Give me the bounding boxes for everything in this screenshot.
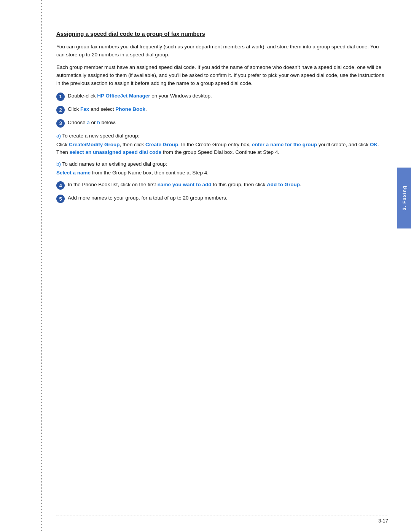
step-2-suffix: . xyxy=(145,106,147,112)
sub-a-link-select-unassigned: select an unassigned speed dial code xyxy=(70,149,162,155)
step-3-prefix: Choose xyxy=(68,120,87,125)
sub-b-suffix: from the Group Name box, then continue a… xyxy=(91,170,209,176)
sub-a-link-enter-name: enter a name for the group xyxy=(252,142,317,147)
sub-b-select-link: Select a name xyxy=(56,170,91,176)
sub-a-label: a) xyxy=(56,133,62,139)
step-2-link-phonebook: Phone Book xyxy=(115,106,145,112)
bottom-divider xyxy=(56,516,388,516)
step-3-suffix: below. xyxy=(100,120,116,125)
step-5-number: 5 xyxy=(56,195,65,203)
sub-b-label: b) xyxy=(56,161,62,167)
sub-a-prefix: Click xyxy=(56,142,69,147)
section-heading: Assigning a speed dial code to a group o… xyxy=(56,30,388,37)
step-4-link-add: Add to Group xyxy=(267,182,300,187)
step-3-or: or xyxy=(90,120,97,125)
step-5: 5 Add more names to your group, for a to… xyxy=(56,194,388,203)
step-3-number: 3 xyxy=(56,119,65,128)
sub-b-heading: To add names to an existing speed dial g… xyxy=(62,161,167,167)
step-4-link-name: name you want to add xyxy=(158,182,212,187)
step-2: 2 Click Fax and select Phone Book. xyxy=(56,105,388,114)
step-4-suffix2: . xyxy=(300,182,301,187)
step-2-middle: and select xyxy=(89,106,115,112)
sub-a-end: from the group Speed Dial box. Continue … xyxy=(161,149,279,155)
sub-a-link-create-group: Create Group xyxy=(145,142,178,147)
page-number: 3-17 xyxy=(378,518,388,524)
step-3-link-a: a xyxy=(87,120,90,125)
main-content: Assigning a speed dial code to a group o… xyxy=(56,30,388,509)
sub-a-link-ok: OK xyxy=(370,142,378,147)
sub-a-mid2: . In the Create Group entry box, xyxy=(178,142,252,147)
step-3-link-b: b xyxy=(97,120,100,125)
step-4: 4 In the Phone Book list, click on the f… xyxy=(56,181,388,190)
sub-item-a: a) To create a new speed dial group: Cli… xyxy=(56,132,388,157)
step-3-text: Choose a or b below. xyxy=(68,119,388,127)
step-1-suffix: on your Windows desktop. xyxy=(150,93,212,99)
step-1-number: 1 xyxy=(56,93,65,101)
step-1-link-hp: HP OfficeJet Manager xyxy=(97,93,150,99)
step-5-text: Add more names to your group, for a tota… xyxy=(68,194,388,202)
step-2-number: 2 xyxy=(56,106,65,114)
step-2-link-fax: Fax xyxy=(80,106,89,112)
sub-a-mid1: , then click xyxy=(120,142,146,147)
sub-item-b: b) To add names to an existing speed dia… xyxy=(56,160,388,177)
step-1-prefix: Double-click xyxy=(68,93,97,99)
step-2-prefix: Click xyxy=(68,106,80,112)
paragraph-1: You can group fax numbers you dial frequ… xyxy=(56,43,388,59)
page-container: 3. Faxing Assigning a speed dial code to… xyxy=(0,0,411,532)
chapter-tab-label: 3. Faxing xyxy=(401,185,407,210)
step-4-prefix: In the Phone Book list, click on the fir… xyxy=(68,182,158,187)
sub-a-link-create-modify: Create/Modify Group xyxy=(69,142,120,147)
step-4-number: 4 xyxy=(56,181,65,190)
step-2-text: Click Fax and select Phone Book. xyxy=(68,105,388,113)
step-4-suffix: to this group, then click xyxy=(211,182,267,187)
sub-a-mid3: you'll create, and click xyxy=(317,142,370,147)
step-1-text: Double-click HP OfficeJet Manager on you… xyxy=(68,92,388,100)
step-3: 3 Choose a or b below. xyxy=(56,119,388,128)
left-border-decoration xyxy=(41,0,42,532)
step-1: 1 Double-click HP OfficeJet Manager on y… xyxy=(56,92,388,101)
chapter-tab: 3. Faxing xyxy=(397,168,411,228)
sub-a-content: Click Create/Modify Group, then click Cr… xyxy=(56,141,388,157)
step-4-text: In the Phone Book list, click on the fir… xyxy=(68,181,388,189)
paragraph-2: Each group member must have an assigned … xyxy=(56,64,388,88)
sub-a-heading: To create a new speed dial group: xyxy=(62,133,140,139)
sub-b-content: Select a name from the Group Name box, t… xyxy=(56,169,388,177)
